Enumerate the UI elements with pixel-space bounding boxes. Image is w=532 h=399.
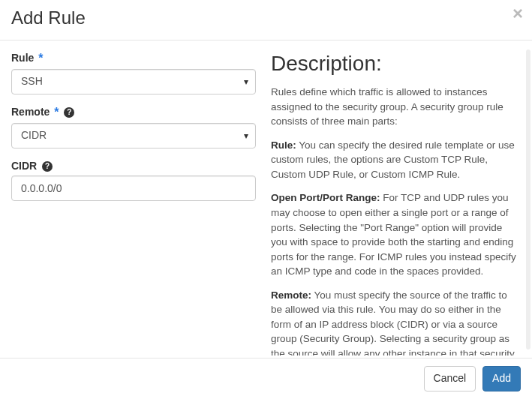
description-rule: Rule: You can specify the desired rule t…: [271, 138, 516, 182]
remote-select[interactable]: CIDR: [11, 123, 256, 148]
help-icon[interactable]: ?: [64, 107, 74, 118]
description-rule-text: You can specify the desired rule templat…: [271, 140, 515, 180]
description-intro: Rules define which traffic is allowed to…: [271, 85, 516, 129]
modal-header: Add Rule ×: [0, 0, 532, 40]
description-column: Description: Rules define which traffic …: [271, 52, 521, 356]
help-icon[interactable]: ?: [42, 161, 53, 172]
cidr-label-text: CIDR: [11, 160, 37, 172]
scrollbar-track[interactable]: [526, 50, 530, 350]
modal-footer: Cancel Add: [0, 358, 532, 399]
rule-label: Rule *: [11, 52, 43, 65]
cidr-input[interactable]: [11, 176, 256, 201]
description-remote: Remote: You must specify the source of t…: [271, 288, 516, 356]
description-remote-label: Remote:: [271, 290, 311, 301]
description-heading: Description:: [271, 52, 516, 76]
close-icon[interactable]: ×: [512, 4, 523, 22]
cidr-label: CIDR ?: [11, 160, 53, 172]
rule-label-text: Rule: [11, 52, 34, 64]
add-button[interactable]: Add: [482, 366, 521, 392]
required-asterisk-icon: *: [54, 106, 59, 118]
rule-select[interactable]: SSH: [11, 69, 256, 94]
remote-label-text: Remote: [11, 106, 50, 118]
field-remote: Remote * ? CIDR: [11, 106, 256, 148]
modal-body: Rule * SSH Remote * ? CIDR: [0, 40, 532, 356]
remote-label: Remote * ?: [11, 106, 74, 119]
rule-select-wrap: SSH: [11, 69, 256, 94]
description-rule-label: Rule:: [271, 140, 296, 151]
description-port-text: For TCP and UDP rules you may choose to …: [271, 192, 516, 277]
modal-title: Add Rule: [11, 8, 521, 28]
description-port: Open Port/Port Range: For TCP and UDP ru…: [271, 190, 516, 278]
remote-select-wrap: CIDR: [11, 123, 256, 148]
form-column: Rule * SSH Remote * ? CIDR: [11, 52, 256, 356]
cancel-button[interactable]: Cancel: [424, 366, 476, 392]
description-port-label: Open Port/Port Range:: [271, 192, 380, 203]
required-asterisk-icon: *: [38, 52, 43, 64]
field-cidr: CIDR ?: [11, 160, 256, 201]
field-rule: Rule * SSH: [11, 52, 256, 94]
